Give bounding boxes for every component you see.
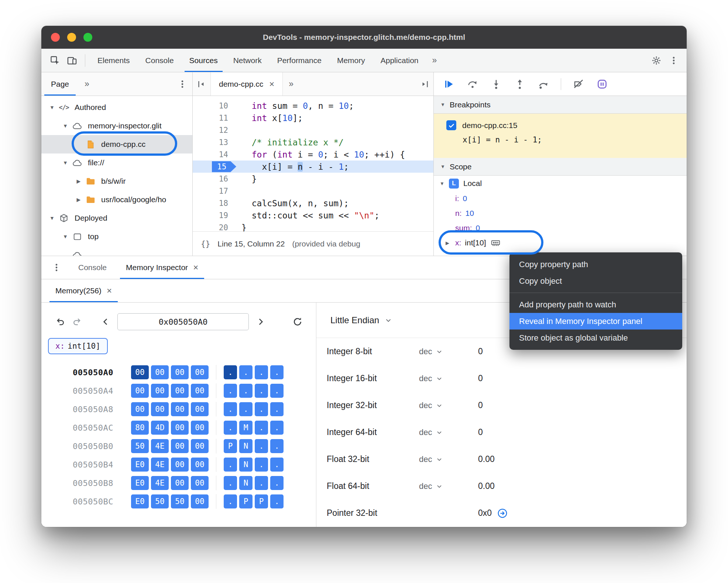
expander-icon[interactable]: ▶ [73,178,84,184]
tree-item-authored[interactable]: ▼</>Authored [41,98,192,117]
ascii-cell[interactable]: . [255,365,268,379]
number-format-select[interactable]: dec [419,428,478,437]
ascii-cell[interactable]: . [224,365,237,379]
zoom-window-button[interactable] [83,33,92,42]
scope-var-sum[interactable]: sum:0 [434,221,687,235]
tree-item-top[interactable]: ▼top [41,227,192,246]
byte-cell[interactable]: 00 [171,384,189,398]
navigator-more-tabs-button[interactable]: » [79,79,95,89]
expander-icon[interactable]: ▼ [60,123,71,129]
redo-icon[interactable] [69,314,85,330]
tree-item-usr-local-google[interactable]: ▶usr/local/google/ho [41,190,192,209]
expander-icon[interactable]: ▼ [47,104,58,110]
byte-cell[interactable]: 00 [151,402,169,416]
close-window-button[interactable] [51,33,60,42]
byte-cell[interactable]: 00 [131,402,149,416]
inspect-icon[interactable] [47,52,63,69]
scope-var-i[interactable]: i:0 [434,191,687,206]
byte-cell[interactable]: E0 [131,476,149,490]
byte-cell[interactable]: 00 [191,458,209,472]
ascii-cell[interactable]: P [255,494,268,508]
drawer-menu-icon[interactable] [41,263,69,272]
menu-item-add-property-path-to-watch[interactable]: Add property path to watch [509,296,682,313]
byte-cell[interactable]: 00 [171,439,189,453]
code-line-12[interactable]: 12 [193,124,433,136]
byte-cell[interactable]: 4E [151,476,169,490]
ascii-cell[interactable]: . [224,384,237,398]
breakpoint-checkbox[interactable] [446,120,456,130]
byte-cell[interactable]: 80 [131,421,149,435]
close-tab-icon[interactable]: × [269,80,274,89]
byte-cell[interactable]: E0 [131,494,149,508]
code-line-20[interactable]: 20} [193,221,433,231]
byte-cell[interactable]: 4D [151,421,169,435]
ascii-cell[interactable]: . [270,494,284,508]
ascii-cell[interactable]: . [255,402,268,416]
ascii-cell[interactable]: . [224,402,237,416]
code-line-10[interactable]: 10 int sum = 0, n = 10; [193,100,433,112]
ascii-cell[interactable]: . [255,421,268,435]
code-line-16[interactable]: 16 } [193,173,433,185]
device-toolbar-icon[interactable] [63,52,80,69]
resume-icon[interactable] [443,78,455,90]
expander-icon[interactable]: ▼ [47,215,58,221]
byte-cell[interactable]: 00 [171,402,189,416]
expander-icon[interactable]: ▼ [60,160,71,166]
ascii-cell[interactable]: . [224,458,237,472]
byte-cell[interactable]: 00 [191,402,209,416]
ascii-cell[interactable]: . [255,384,268,398]
ascii-cell[interactable]: . [255,458,268,472]
ascii-cell[interactable]: . [239,402,253,416]
deactivate-breakpoints-icon[interactable] [572,78,585,90]
byte-cell[interactable]: 50 [151,494,169,508]
byte-cell[interactable]: 00 [191,476,209,490]
byte-cell[interactable]: 00 [171,365,189,379]
toggle-debugger-sidebar-icon[interactable] [416,72,433,96]
settings-gear-icon[interactable] [651,55,662,66]
ascii-cell[interactable]: . [224,476,237,490]
line-number[interactable]: 12 [193,126,234,135]
tab-performance[interactable]: Performance [269,49,329,72]
byte-cell[interactable]: 00 [171,476,189,490]
drawer-tab-memory-inspector[interactable]: Memory Inspector× [116,256,208,279]
code-line-19[interactable]: 19 std::cout << sum << "\n"; [193,209,433,221]
ascii-cell[interactable]: . [270,365,284,379]
menu-item-store-object-as-global-variable[interactable]: Store object as global variable [509,330,682,346]
jump-to-pointer-icon[interactable] [497,508,508,519]
scope-var-n[interactable]: n:10 [434,206,687,221]
byte-cell[interactable]: 00 [131,365,149,379]
step-out-icon[interactable] [514,78,526,90]
minimize-window-button[interactable] [67,33,76,42]
source-code[interactable]: 10 int sum = 0, n = 10;11 int x[10];1213… [193,96,433,231]
byte-cell[interactable]: E0 [131,458,149,472]
drawer-tab-console[interactable]: Console [69,256,116,279]
ascii-cell[interactable]: . [270,439,284,453]
pretty-print-icon[interactable]: {} [201,239,210,248]
file-tab-demo-cpp[interactable]: demo-cpp.cc × [210,72,283,96]
line-number[interactable]: 10 [193,101,234,110]
pause-on-exceptions-icon[interactable] [596,78,608,90]
step-icon[interactable] [537,78,550,90]
number-format-select[interactable]: dec [419,455,478,464]
ascii-cell[interactable]: . [224,421,237,435]
ascii-cell[interactable]: . [239,384,253,398]
byte-cell[interactable]: 4E [151,439,169,453]
tab-network[interactable]: Network [226,49,269,72]
more-panels-button[interactable]: » [426,55,443,65]
close-tab-icon[interactable]: × [107,286,112,295]
ascii-cell[interactable]: . [270,402,284,416]
byte-cell[interactable]: 00 [151,365,169,379]
expander-icon[interactable]: ▼ [60,234,71,239]
tab-memory[interactable]: Memory [329,49,373,72]
refresh-icon[interactable] [289,314,306,330]
byte-cell[interactable]: 00 [191,384,209,398]
tab-sources[interactable]: Sources [182,49,226,72]
ascii-cell[interactable]: . [255,476,268,490]
tab-application[interactable]: Application [373,49,426,72]
number-format-select[interactable]: dec [419,482,478,491]
byte-cell[interactable]: 00 [151,384,169,398]
number-format-select[interactable]: dec [419,374,478,383]
ascii-cell[interactable]: N [239,439,253,453]
byte-cell[interactable]: 00 [191,494,209,508]
ascii-cell[interactable]: . [224,494,237,508]
